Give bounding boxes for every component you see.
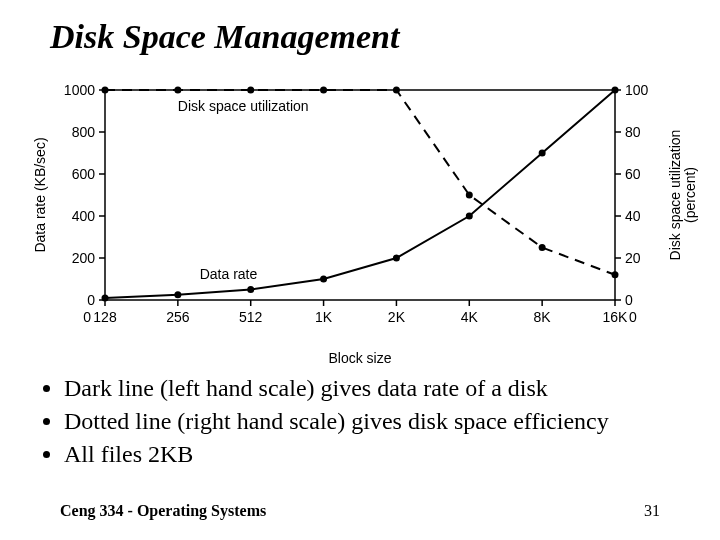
x-tick-label: 256 [166, 309, 190, 325]
x-tick-label: 16K [603, 309, 629, 325]
left-tick-label: 600 [72, 166, 96, 182]
series-data-rate [105, 90, 615, 298]
x-tick-label: 2K [388, 309, 406, 325]
x-terminal-left: 0 [83, 309, 91, 325]
left-axis-label: Data rate (KB/sec) [32, 137, 48, 252]
data-point [539, 244, 546, 251]
data-point [320, 276, 327, 283]
data-point [174, 291, 181, 298]
chart-svg: 020040060080010000204060801001282565121K… [20, 75, 700, 345]
left-tick-label: 200 [72, 250, 96, 266]
left-tick-label: 1000 [64, 82, 95, 98]
list-item: Dotted line (right hand scale) gives dis… [64, 406, 700, 437]
series-label: Disk space utilization [178, 98, 309, 114]
x-terminal-right: 0 [629, 309, 637, 325]
data-point [393, 87, 400, 94]
x-tick-label: 4K [461, 309, 479, 325]
data-point [466, 213, 473, 220]
data-point [466, 192, 473, 199]
left-tick-label: 400 [72, 208, 96, 224]
series-disk-space-utilization [105, 90, 615, 275]
data-point [393, 255, 400, 262]
right-tick-label: 40 [625, 208, 641, 224]
list-item: Dark line (left hand scale) gives data r… [64, 373, 700, 404]
data-point [174, 87, 181, 94]
right-tick-label: 20 [625, 250, 641, 266]
x-axis-caption: Block size [0, 350, 720, 366]
right-axis-label: Disk space utilization [667, 130, 683, 261]
x-tick-label: 512 [239, 309, 263, 325]
page-number: 31 [644, 502, 660, 520]
data-point [612, 87, 619, 94]
x-tick-label: 128 [93, 309, 117, 325]
list-item: All files 2KB [64, 439, 700, 470]
right-axis-label: (percent) [682, 167, 698, 223]
right-tick-label: 60 [625, 166, 641, 182]
left-tick-label: 800 [72, 124, 96, 140]
chart: 020040060080010000204060801001282565121K… [20, 75, 700, 345]
footer-course: Ceng 334 - Operating Systems [60, 502, 266, 520]
data-point [247, 87, 254, 94]
left-tick-label: 0 [87, 292, 95, 308]
data-point [102, 294, 109, 301]
x-tick-label: 1K [315, 309, 333, 325]
right-tick-label: 100 [625, 82, 649, 98]
data-point [102, 87, 109, 94]
data-point [612, 271, 619, 278]
bullet-list: Dark line (left hand scale) gives data r… [40, 373, 700, 473]
series-label: Data rate [200, 266, 258, 282]
right-tick-label: 80 [625, 124, 641, 140]
data-point [539, 150, 546, 157]
data-point [247, 286, 254, 293]
x-tick-label: 8K [534, 309, 552, 325]
data-point [320, 87, 327, 94]
page-title: Disk Space Management [50, 18, 399, 56]
right-tick-label: 0 [625, 292, 633, 308]
